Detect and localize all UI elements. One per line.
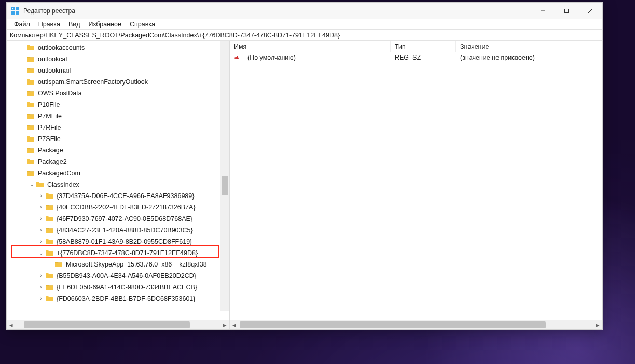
tree-item[interactable]: OWS.PostData	[7, 88, 229, 99]
scroll-right-icon[interactable]: ▸	[220, 320, 229, 329]
value-data: (значение не присвоено)	[456, 54, 602, 61]
tree-item-label: {EF6DE050-69A1-414C-980D-7334BBEACECB}	[57, 282, 197, 293]
tree-item-label: outlookmail	[38, 65, 71, 76]
tree-item[interactable]: P7RFile	[7, 122, 229, 133]
scroll-left-icon[interactable]: ◂	[230, 320, 239, 329]
menu-view[interactable]: Вид	[64, 20, 85, 29]
col-data[interactable]: Значение	[456, 41, 602, 52]
tree-item-label: OWS.PostData	[38, 88, 82, 99]
minimize-button[interactable]	[531, 3, 555, 19]
close-button[interactable]	[578, 3, 602, 19]
registry-tree[interactable]: outlookaccounts outlookcal outlookmail o…	[7, 41, 229, 304]
tree-item[interactable]: outlspam.SmartScreenFactoryOutlook	[7, 76, 229, 88]
tree-item[interactable]: Package	[7, 145, 229, 156]
tree-item[interactable]: ⌄ClassIndex	[7, 179, 229, 190]
tree-item[interactable]: ›{37D4375A-D06F-4CCE-A966-EA8AF9386989}	[7, 190, 229, 202]
tree-item-label: {37D4375A-D06F-4CCE-A966-EA8AF9386989}	[57, 190, 194, 202]
chevron-down-icon[interactable]: ⌄	[29, 181, 35, 188]
menu-favorites[interactable]: Избранное	[85, 20, 126, 29]
tree-item[interactable]: Microsoft.SkypeApp_15.63.76.0_x86__kzf8q…	[7, 259, 229, 270]
menubar: Файл Правка Вид Избранное Справка	[7, 19, 602, 30]
chevron-right-icon[interactable]: ›	[38, 296, 44, 302]
menu-file[interactable]: Файл	[10, 20, 34, 29]
svg-rect-3	[16, 11, 19, 15]
tree-item-label: +{776DBC8D-7347-478C-8D71-791E12EF49D8}	[57, 247, 198, 259]
chevron-right-icon[interactable]: ›	[38, 273, 44, 279]
tree-item-label: outlspam.SmartScreenFactoryOutlook	[38, 76, 148, 88]
scroll-left-icon[interactable]: ◂	[7, 320, 16, 329]
string-value-icon: ab	[230, 53, 243, 63]
tree-item-label: {4834AC27-23F1-420A-888D-85DC70B903C5}	[57, 225, 193, 236]
tree-item[interactable]: outlookmail	[7, 65, 229, 76]
tree-item-label: ClassIndex	[47, 179, 79, 190]
tree-item-label: {B55DB943-A00A-4E34-A546-0AF0EB20D2CD}	[57, 270, 196, 282]
tree-horizontal-scrollbar[interactable]: ◂ ▸	[7, 320, 229, 329]
chevron-right-icon[interactable]: ›	[38, 216, 44, 222]
tree-item-label: P7RFile	[38, 122, 61, 133]
menu-help[interactable]: Справка	[126, 20, 159, 29]
tree-item-label: P7SFile	[38, 133, 61, 145]
tree-item-label: outlookaccounts	[38, 42, 85, 53]
tree-item-label: P7MFile	[38, 110, 62, 122]
tree-vertical-scrollbar[interactable]	[220, 41, 229, 311]
svg-point-4	[12, 8, 13, 9]
chevron-right-icon[interactable]: ›	[38, 239, 44, 245]
chevron-right-icon[interactable]: ›	[38, 284, 44, 290]
tree-item[interactable]: ›{EF6DE050-69A1-414C-980D-7334BBEACECB}	[7, 282, 229, 293]
chevron-down-icon[interactable]: ⌄	[38, 250, 44, 256]
values-horizontal-scrollbar[interactable]: ◂ ▸	[230, 320, 602, 329]
tree-item[interactable]: outlookcal	[7, 53, 229, 65]
tree-item-label: Microsoft.SkypeApp_15.63.76.0_x86__kzf8q…	[66, 259, 207, 270]
tree-item-label: PackagedCom	[38, 167, 80, 179]
maximize-button[interactable]	[555, 3, 578, 19]
tree-item-label: outlookcal	[38, 53, 67, 65]
tree-item[interactable]: ›{58AB8879-01F1-43A9-8B2D-0955CD8FF619}	[7, 236, 229, 247]
tree-item-label: {40ECCDBB-2202-4FDF-83ED-272187326B7A}	[57, 202, 196, 213]
tree-item[interactable]: ›{FD06603A-2BDF-4BB1-B7DF-5DC68F353601}	[7, 293, 229, 304]
regedit-icon	[11, 7, 19, 15]
tree-item-label: {FD06603A-2BDF-4BB1-B7DF-5DC68F353601}	[57, 293, 196, 304]
col-name[interactable]: Имя	[230, 41, 391, 52]
value-row[interactable]: ab(По умолчанию)REG_SZ(значение не присв…	[230, 52, 602, 63]
chevron-right-icon[interactable]: ›	[38, 204, 44, 211]
tree-item-label: {58AB8879-01F1-43A9-8B2D-0955CD8FF619}	[57, 236, 192, 247]
values-list[interactable]: ab(По умолчанию)REG_SZ(значение не присв…	[230, 52, 602, 320]
address-bar[interactable]: Компьютер\HKEY_CLASSES_ROOT\PackagedCom\…	[7, 30, 602, 41]
svg-rect-2	[11, 11, 15, 15]
tree-item[interactable]: outlookaccounts	[7, 42, 229, 53]
tree-item[interactable]: ›{4834AC27-23F1-420A-888D-85DC70B903C5}	[7, 225, 229, 236]
tree-item-label: Package	[38, 145, 63, 156]
chevron-right-icon[interactable]: ›	[38, 193, 44, 199]
window-title: Редактор реестра	[23, 7, 75, 15]
tree-item[interactable]: P10File	[7, 99, 229, 110]
tree-item-label: {46F7D930-7697-4072-AC90-0E5D68D768AE}	[57, 213, 192, 225]
tree-item-label: P10File	[38, 99, 60, 110]
tree-item[interactable]: ⌄+{776DBC8D-7347-478C-8D71-791E12EF49D8}	[7, 247, 229, 259]
value-type: REG_SZ	[391, 54, 456, 61]
tree-item[interactable]: ›{B55DB943-A00A-4E34-A546-0AF0EB20D2CD}	[7, 270, 229, 282]
tree-item[interactable]: ›{46F7D930-7697-4072-AC90-0E5D68D768AE}	[7, 213, 229, 225]
tree-item[interactable]: Package2	[7, 156, 229, 167]
value-name: (По умолчанию)	[243, 54, 391, 61]
regedit-window: Редактор реестра Файл Правка Вид Избранн…	[6, 2, 603, 330]
list-header[interactable]: Имя Тип Значение	[230, 41, 602, 52]
svg-text:ab: ab	[234, 55, 239, 60]
titlebar[interactable]: Редактор реестра	[7, 3, 602, 19]
tree-item-label: Package2	[38, 156, 67, 167]
tree-item[interactable]: ›{40ECCDBB-2202-4FDF-83ED-272187326B7A}	[7, 202, 229, 213]
scroll-right-icon[interactable]: ▸	[593, 320, 602, 329]
tree-item[interactable]: PackagedCom	[7, 167, 229, 179]
svg-rect-1	[16, 7, 19, 10]
tree-pane: outlookaccounts outlookcal outlookmail o…	[7, 41, 230, 329]
menu-edit[interactable]: Правка	[34, 20, 64, 29]
svg-rect-6	[565, 9, 569, 12]
chevron-right-icon[interactable]: ›	[38, 227, 44, 233]
tree-item[interactable]: P7SFile	[7, 133, 229, 145]
address-text: Компьютер\HKEY_CLASSES_ROOT\PackagedCom\…	[10, 32, 340, 39]
values-pane: Имя Тип Значение ab(По умолчанию)REG_SZ(…	[230, 41, 602, 329]
col-type[interactable]: Тип	[391, 41, 456, 52]
tree-item[interactable]: P7MFile	[7, 110, 229, 122]
